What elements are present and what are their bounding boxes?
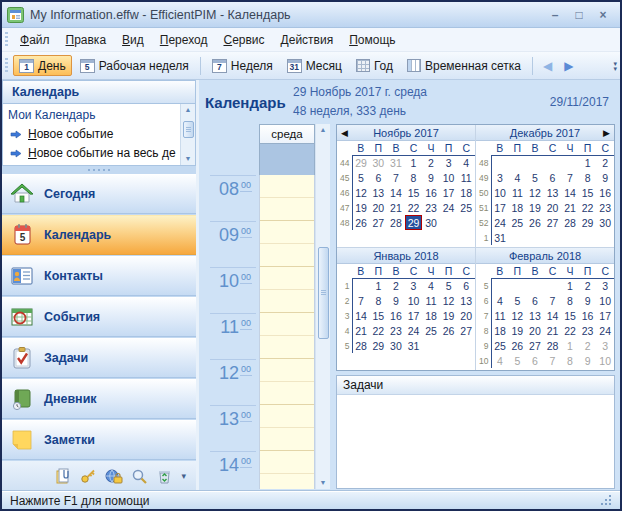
mini-day-cell[interactable]: 5 <box>352 170 370 185</box>
selected-day-cell[interactable]: 29 <box>405 215 423 230</box>
scroll-thumb[interactable] <box>183 121 194 138</box>
mini-day-cell[interactable]: 3 <box>491 170 509 185</box>
mini-day-cell[interactable]: 6 <box>526 353 544 368</box>
mini-day-cell[interactable]: 13 <box>370 185 388 200</box>
mini-day-cell[interactable]: 8 <box>370 293 388 308</box>
mini-day-cell[interactable]: 4 <box>491 353 509 368</box>
mini-day-cell[interactable]: 1 <box>561 338 579 353</box>
mini-day-cell[interactable]: 27 <box>526 338 544 353</box>
mini-day-cell[interactable]: 30 <box>370 155 388 170</box>
toolbar-options-icon[interactable]: ▾▾ <box>613 61 617 71</box>
mini-day-cell[interactable]: 14 <box>387 185 405 200</box>
mini-day-cell[interactable]: 6 <box>526 293 544 308</box>
time-slot[interactable] <box>260 221 314 244</box>
mini-day-cell[interactable]: 19 <box>526 200 544 215</box>
mini-day-cell[interactable]: 30 <box>422 215 440 230</box>
mini-day-cell[interactable]: 21 <box>544 323 562 338</box>
mini-day-cell[interactable]: 27 <box>544 215 562 230</box>
mini-day-cell[interactable]: 15 <box>579 185 597 200</box>
mini-day-cell[interactable]: 11 <box>509 185 527 200</box>
new-event-link[interactable]: Новое событие <box>8 125 180 144</box>
mini-day-cell[interactable]: 14 <box>544 308 562 323</box>
time-slot[interactable] <box>260 405 314 428</box>
mini-day-cell[interactable]: 9 <box>596 170 614 185</box>
mini-day-cell[interactable]: 20 <box>457 308 475 323</box>
mini-day-cell[interactable]: 30 <box>596 215 614 230</box>
mini-day-cell[interactable]: 24 <box>405 323 423 338</box>
mini-day-cell[interactable]: 8 <box>579 170 597 185</box>
mini-day-cell[interactable]: 4 <box>457 155 475 170</box>
mini-day-cell[interactable]: 25 <box>509 215 527 230</box>
mini-day-cell[interactable]: 12 <box>509 308 527 323</box>
mini-day-cell[interactable]: 11 <box>457 170 475 185</box>
mini-day-cell[interactable]: 17 <box>405 308 423 323</box>
scroll-up-icon[interactable]: ▲ <box>320 125 327 135</box>
scroll-down-icon[interactable]: ▼ <box>320 478 327 488</box>
sidebar-item-calendar[interactable]: 5 Календарь <box>2 215 196 255</box>
time-slot[interactable] <box>260 474 314 489</box>
mini-day-cell[interactable]: 10 <box>596 353 614 368</box>
minimize-button[interactable]: – <box>543 8 567 22</box>
mini-day-cell[interactable]: 16 <box>387 308 405 323</box>
mini-day-cell[interactable]: 28 <box>387 215 405 230</box>
mini-day-cell[interactable]: 26 <box>352 215 370 230</box>
globe-lock-icon[interactable] <box>105 468 123 485</box>
mini-day-cell[interactable]: 19 <box>352 200 370 215</box>
mini-day-cell[interactable]: 7 <box>561 170 579 185</box>
mini-day-cell[interactable]: 29 <box>579 215 597 230</box>
sidebar-item-events[interactable]: События <box>2 297 196 337</box>
time-slot[interactable] <box>260 359 314 382</box>
mini-day-cell[interactable]: 20 <box>526 323 544 338</box>
mini-day-cell[interactable]: 5 <box>509 353 527 368</box>
mini-day-cell[interactable]: 9 <box>579 293 597 308</box>
mini-day-cell[interactable]: 2 <box>422 155 440 170</box>
mini-day-cell[interactable]: 2 <box>579 278 597 293</box>
mini-day-cell[interactable]: 13 <box>457 293 475 308</box>
mini-day-cell[interactable]: 5 <box>509 293 527 308</box>
mini-day-cell[interactable]: 2 <box>596 155 614 170</box>
mini-day-cell[interactable]: 8 <box>561 293 579 308</box>
year-view-button[interactable]: Год <box>350 55 399 76</box>
mini-day-cell[interactable]: 23 <box>387 323 405 338</box>
time-slot[interactable] <box>260 451 314 474</box>
mini-day-cell[interactable]: 19 <box>509 323 527 338</box>
mini-day-cell[interactable]: 31 <box>491 230 509 245</box>
mini-day-cell[interactable]: 19 <box>440 308 458 323</box>
more-dropdown-icon[interactable]: ▾ <box>181 471 186 481</box>
mini-day-cell[interactable]: 6 <box>457 278 475 293</box>
time-slot[interactable] <box>260 175 314 198</box>
mini-day-cell[interactable]: 6 <box>544 170 562 185</box>
mini-day-cell[interactable]: 17 <box>440 185 458 200</box>
mini-day-cell[interactable]: 26 <box>509 338 527 353</box>
next-month-icon[interactable]: ▶ <box>599 128 610 138</box>
mini-day-cell[interactable]: 23 <box>579 323 597 338</box>
mini-day-cell[interactable]: 9 <box>387 293 405 308</box>
time-grid-view-button[interactable]: Временная сетка <box>401 55 527 76</box>
mini-day-cell[interactable]: 29 <box>352 155 370 170</box>
search-icon[interactable] <box>131 468 148 485</box>
mini-day-cell[interactable]: 22 <box>579 200 597 215</box>
mini-day-cell[interactable]: 25 <box>422 323 440 338</box>
all-day-area[interactable] <box>259 144 315 175</box>
month-view-button[interactable]: 31 Месяц <box>281 55 348 76</box>
mini-day-cell[interactable]: 3 <box>405 278 423 293</box>
mini-day-cell[interactable]: 21 <box>561 200 579 215</box>
mini-day-cell[interactable]: 16 <box>596 185 614 200</box>
menu-view[interactable]: Вид <box>114 30 152 50</box>
mini-day-cell[interactable]: 31 <box>405 338 423 353</box>
mini-day-cell[interactable]: 17 <box>596 308 614 323</box>
mini-day-cell[interactable]: 25 <box>457 200 475 215</box>
scroll-thumb[interactable] <box>318 247 329 339</box>
mini-day-cell[interactable]: 1 <box>405 155 423 170</box>
sidebar-splitter[interactable] <box>2 166 196 174</box>
mini-day-cell[interactable]: 13 <box>526 308 544 323</box>
day-view-scrollbar[interactable]: ▲ ▼ <box>315 124 330 489</box>
menu-actions[interactable]: Действия <box>273 30 342 50</box>
mini-day-cell[interactable]: 21 <box>387 200 405 215</box>
mini-day-cell[interactable]: 1 <box>370 278 388 293</box>
sidebar-item-notes[interactable]: Заметки <box>2 420 196 460</box>
mini-day-cell[interactable]: 20 <box>544 200 562 215</box>
mini-day-cell[interactable]: 1 <box>579 155 597 170</box>
mini-day-cell[interactable]: 10 <box>440 170 458 185</box>
mini-day-cell[interactable]: 28 <box>352 338 370 353</box>
